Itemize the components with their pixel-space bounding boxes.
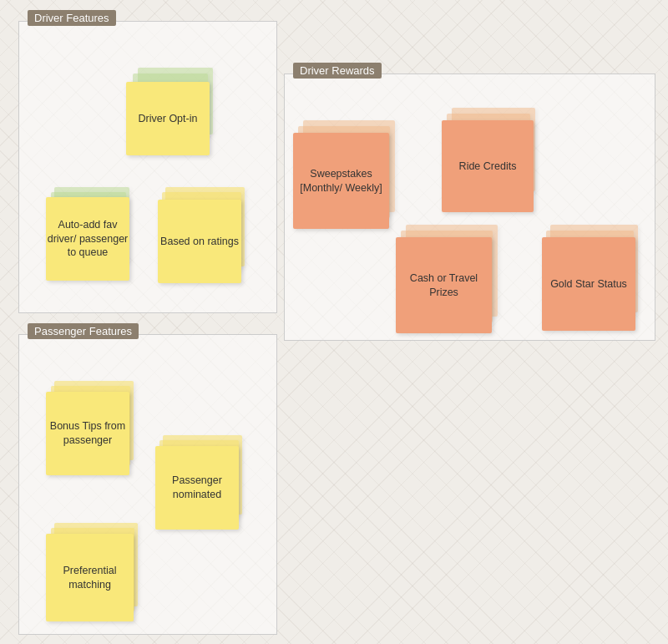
sweepstakes-note: Sweepstakes [Monthly/ Weekly]	[293, 133, 389, 229]
driver-rewards-label: Driver Rewards	[293, 63, 382, 79]
bonus-tips-note: Bonus Tips from passenger	[46, 392, 129, 475]
passenger-nominated-note: Passenger nominated	[155, 446, 239, 530]
preferential-matching-note: Preferential matching	[46, 534, 134, 621]
ratings-note: Based on ratings	[158, 200, 241, 283]
driver-features-label: Driver Features	[28, 10, 116, 26]
passenger-features-group: Passenger Features Bonus Tips from passe…	[18, 334, 277, 635]
passenger-features-label: Passenger Features	[28, 323, 139, 339]
ride-credits-note: Ride Credits	[442, 120, 534, 212]
cash-prizes-note: Cash or Travel Prizes	[396, 237, 492, 333]
gold-star-note: Gold Star Status	[542, 237, 635, 331]
auto-add-note: Auto-add fav driver/ passenger to queue	[46, 197, 129, 281]
driver-optin-note: Driver Opt-in	[126, 82, 210, 155]
driver-rewards-group: Driver Rewards Sweepstakes [Monthly/ Wee…	[284, 74, 655, 341]
driver-features-group: Driver Features Driver Opt-in Auto-add f…	[18, 21, 277, 313]
